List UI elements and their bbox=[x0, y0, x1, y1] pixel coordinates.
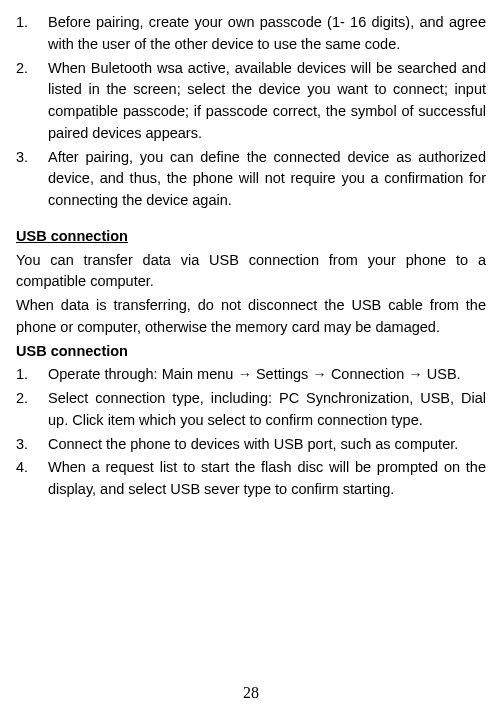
list-number: 1. bbox=[16, 364, 48, 386]
list-item: 2. When Buletooth wsa active, available … bbox=[16, 58, 486, 145]
list-number: 3. bbox=[16, 434, 48, 456]
list-number: 2. bbox=[16, 388, 48, 432]
usb-paragraph-2: When data is transferring, do not discon… bbox=[16, 295, 486, 339]
list-item: 1. Operate through: Main menu → Settings… bbox=[16, 364, 486, 386]
page-number: 28 bbox=[0, 681, 502, 705]
list-number: 1. bbox=[16, 12, 48, 56]
list-number: 2. bbox=[16, 58, 48, 145]
list-text: Select connection type, including: PC Sy… bbox=[48, 388, 486, 432]
list-text: Connect the phone to devices with USB po… bbox=[48, 434, 486, 456]
list-text: When Buletooth wsa active, available dev… bbox=[48, 58, 486, 145]
list-number: 4. bbox=[16, 457, 48, 501]
list-number: 3. bbox=[16, 147, 48, 212]
usb-connection-subheading: USB connection bbox=[16, 341, 486, 363]
usb-paragraph-1: You can transfer data via USB connection… bbox=[16, 250, 486, 294]
list-item: 1. Before pairing, create your own passc… bbox=[16, 12, 486, 56]
usb-steps-list: 1. Operate through: Main menu → Settings… bbox=[16, 364, 486, 501]
usb-connection-heading: USB connection bbox=[16, 226, 486, 248]
list-item: 4. When a request list to start the flas… bbox=[16, 457, 486, 501]
page-content: 1. Before pairing, create your own passc… bbox=[16, 12, 486, 501]
list-text: After pairing, you can define the connec… bbox=[48, 147, 486, 212]
list-item: 3. Connect the phone to devices with USB… bbox=[16, 434, 486, 456]
list-text: When a request list to start the flash d… bbox=[48, 457, 486, 501]
list-text: Operate through: Main menu → Settings → … bbox=[48, 364, 486, 386]
list-text: Before pairing, create your own passcode… bbox=[48, 12, 486, 56]
list-item: 2. Select connection type, including: PC… bbox=[16, 388, 486, 432]
pairing-steps-list: 1. Before pairing, create your own passc… bbox=[16, 12, 486, 212]
list-item: 3. After pairing, you can define the con… bbox=[16, 147, 486, 212]
